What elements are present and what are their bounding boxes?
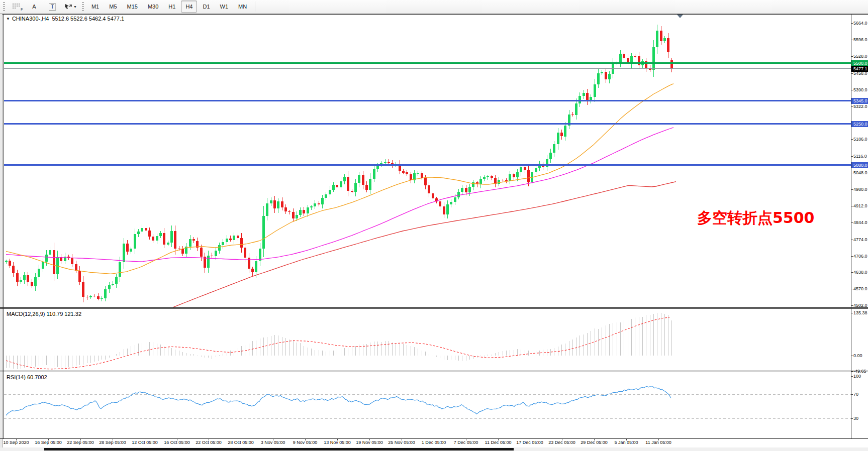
macd-histogram — [6, 313, 672, 369]
macd-signal-line — [6, 317, 669, 369]
time-axis-label: 13 Nov 05:00 — [324, 440, 351, 445]
dropdown-caret-icon: ▼ — [73, 5, 77, 9]
price-tick-mark — [851, 256, 853, 257]
symbol-caret-icon[interactable]: ▼ — [6, 17, 10, 21]
price-tick-label: 4638.0 — [853, 270, 867, 275]
price-tick-mark — [851, 272, 853, 273]
chart-ohlc-values: 5512.6 5522.6 5462.4 5477.1 — [52, 16, 124, 22]
time-axis-label: 11 Jan 05:00 — [645, 440, 671, 445]
price-label-chip-5345.0: 5345.0 — [851, 98, 868, 104]
price-tick-label: 5528.0 — [853, 54, 867, 59]
timeframe-M5[interactable]: M5 — [105, 1, 121, 13]
time-axis-label: 7 Dec 05:00 — [454, 440, 478, 445]
timeframe-H4[interactable]: H4 — [181, 1, 197, 13]
price-tick-label: 4774.0 — [853, 237, 867, 242]
rsi-pane[interactable] — [4, 372, 851, 438]
rsi-level-lines — [4, 394, 851, 418]
price-tick-mark — [851, 289, 853, 289]
time-axis-label: 25 Nov 05:00 — [388, 440, 415, 445]
font-a-button[interactable]: A — [26, 1, 43, 13]
price-tick-mark — [851, 56, 853, 57]
price-tick-mark — [851, 240, 853, 240]
time-axis-label: 16 Oct 05:00 — [164, 440, 190, 445]
price-tick-label: 5116.0 — [853, 154, 867, 159]
price-tick-label: 5322.0 — [853, 104, 867, 109]
font-a-label: A — [32, 4, 36, 10]
price-tick-mark — [851, 23, 853, 24]
ma-slow-red-line — [173, 182, 676, 307]
macd-tick-label: 135.38 — [853, 310, 867, 315]
rsi-tick-label: 30 — [853, 416, 858, 421]
ma-fast-orange-line — [6, 84, 673, 274]
timeframe-buttons: M1M5M15M30H1H4D1W1MN — [86, 1, 252, 13]
time-axis-label: 17 Dec 05:00 — [516, 440, 543, 445]
toolbar-grip-2[interactable] — [82, 2, 84, 11]
price-tick-mark — [851, 222, 853, 223]
price-tick-label: 4706.0 — [853, 254, 867, 259]
timeframe-W1[interactable]: W1 — [216, 1, 233, 13]
horizontal-line-objects[interactable] — [4, 63, 851, 165]
time-axis-label: 12 Oct 05:00 — [132, 440, 158, 445]
price-tick-mark — [851, 173, 853, 173]
time-axis-label: 5 Jan 05:00 — [614, 440, 638, 445]
candles — [5, 25, 673, 302]
price-tick-label: 5596.0 — [853, 37, 867, 42]
rsi-line — [6, 387, 671, 416]
rsi-tick-mark — [851, 394, 853, 395]
price-tick-mark — [851, 40, 853, 40]
price-tick-mark — [851, 139, 853, 140]
arrows-objects-icon — [64, 3, 72, 10]
text-box-button[interactable]: T — [44, 1, 61, 13]
bottom-window-edge — [44, 448, 514, 450]
draw-objects-button[interactable]: ▼ — [62, 1, 79, 13]
price-tick-mark — [851, 156, 853, 157]
ma-mid-magenta-line — [6, 128, 673, 262]
rsi-tick-label: 100 — [853, 374, 861, 379]
price-tick-label: 5664.0 — [853, 21, 867, 26]
time-axis-label: 29 Dec 05:00 — [581, 440, 608, 445]
main-chart-pane[interactable] — [4, 15, 851, 307]
macd-tick-label: 0.00 — [853, 353, 862, 358]
timeframe-H1[interactable]: H1 — [164, 1, 180, 13]
macd-tick-mark — [851, 356, 853, 356]
price-label-chip-5250.0: 5250.0 — [851, 121, 868, 127]
timeframe-MN[interactable]: MN — [234, 1, 251, 13]
timeframe-M15[interactable]: M15 — [123, 1, 142, 13]
rsi-tick-mark — [851, 376, 853, 377]
time-axis-label: 28 Sep 05:00 — [99, 440, 126, 445]
macd-indicator-label: MACD(12,26,9) 110.79 121.32 — [7, 311, 81, 317]
macd-pane[interactable] — [4, 309, 851, 371]
time-axis-label: 9 Nov 05:00 — [293, 440, 318, 445]
price-tick-mark — [851, 106, 853, 107]
price-tick-label: 4502.0 — [853, 303, 867, 308]
dots-grid-icon — [13, 4, 20, 10]
macd-tick-label: -49.65 — [853, 369, 866, 374]
chart-text-annotation[interactable]: 多空转折点5500 — [697, 208, 815, 229]
template-grid-button[interactable]: F — [8, 1, 25, 13]
time-axis-label: 11 Dec 05:00 — [485, 440, 512, 445]
rsi-tick-label: 70 — [853, 392, 858, 397]
chart-symbol-period: CHINA300-,H4 — [12, 16, 49, 22]
time-axis-label: 1 Dec 05:00 — [422, 440, 446, 445]
price-label-chip-5477.1: 5477.1 — [851, 66, 868, 72]
chart-title: ▼CHINA300-,H4 5512.6 5522.6 5462.4 5477.… — [6, 16, 124, 22]
price-tick-label: 5186.0 — [853, 137, 867, 142]
toolbar-grip[interactable] — [3, 2, 5, 11]
timeframe-M30[interactable]: M30 — [143, 1, 163, 13]
time-axis-label: 28 Oct 05:00 — [228, 440, 254, 445]
price-label-chip-5080.0: 5080.0 — [851, 162, 868, 168]
macd-tick-mark — [851, 371, 853, 372]
price-tick-label: 5390.0 — [853, 87, 867, 92]
price-tick-label: 4844.0 — [853, 220, 867, 225]
toolbar-separator — [255, 2, 255, 12]
price-tick-mark — [851, 206, 853, 206]
price-axis-border — [851, 14, 851, 438]
rsi-indicator-label: RSI(14) 60.7002 — [7, 374, 47, 380]
timeframe-D1[interactable]: D1 — [198, 1, 214, 13]
down-triangle-marker[interactable] — [677, 15, 683, 18]
text-box-label: T — [49, 3, 56, 11]
time-axis-label: 16 Sep 05:00 — [35, 440, 62, 445]
time-axis-label: 10 Sep 2020 — [3, 440, 29, 445]
macd-separator-top — [0, 307, 868, 308]
timeframe-M1[interactable]: M1 — [87, 1, 104, 13]
